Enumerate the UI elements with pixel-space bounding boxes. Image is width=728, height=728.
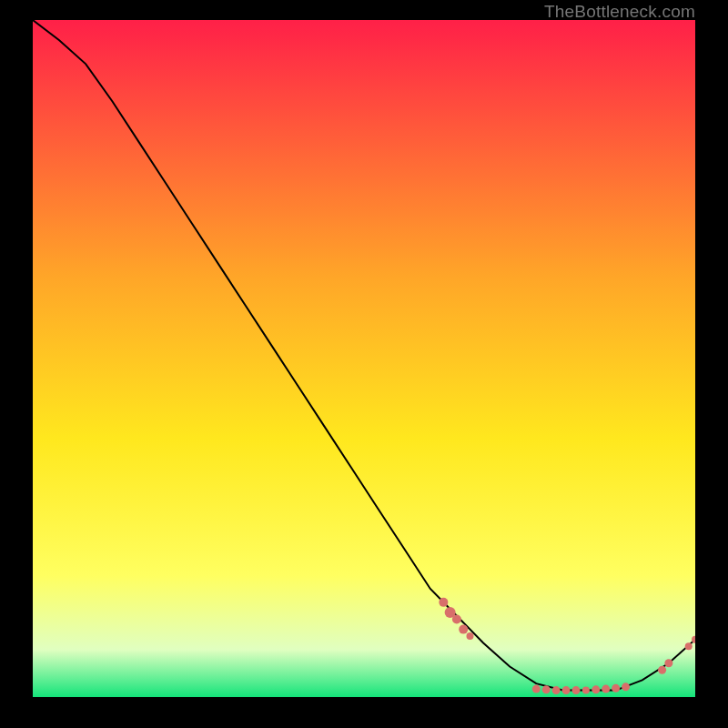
gradient-background bbox=[33, 20, 695, 697]
data-marker bbox=[552, 686, 561, 694]
data-marker bbox=[562, 686, 571, 694]
data-marker bbox=[466, 632, 473, 640]
data-marker bbox=[452, 614, 461, 623]
data-marker bbox=[658, 666, 666, 674]
data-marker bbox=[582, 687, 590, 694]
data-marker bbox=[459, 625, 468, 634]
chart-container: TheBottleneck.com bbox=[0, 0, 728, 728]
bottleneck-chart bbox=[33, 20, 695, 697]
data-marker bbox=[664, 659, 672, 667]
data-marker bbox=[542, 685, 551, 693]
watermark-text: TheBottleneck.com bbox=[544, 2, 695, 22]
data-marker bbox=[439, 598, 448, 607]
data-marker bbox=[685, 642, 693, 650]
data-marker bbox=[571, 686, 580, 694]
data-marker bbox=[532, 685, 541, 693]
plot-area bbox=[33, 20, 695, 697]
data-marker bbox=[592, 685, 600, 693]
data-marker bbox=[612, 684, 620, 693]
data-marker bbox=[602, 685, 610, 693]
data-marker bbox=[622, 682, 630, 691]
